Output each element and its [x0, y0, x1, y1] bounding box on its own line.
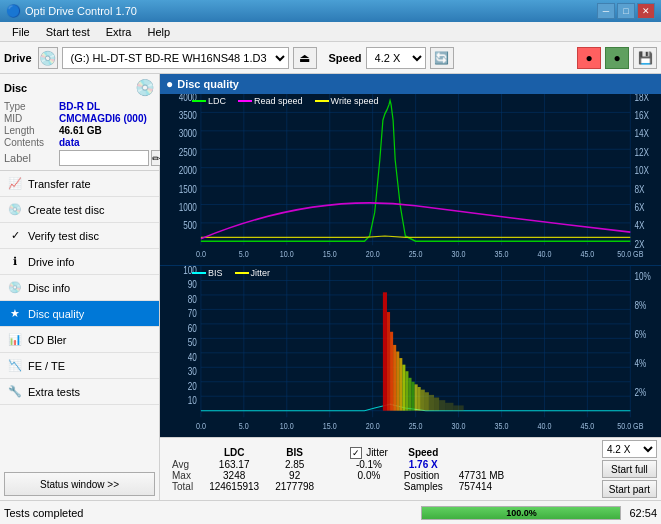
sidebar-label-fe-te: FE / TE — [28, 360, 65, 372]
svg-text:40: 40 — [188, 351, 197, 363]
svg-text:3000: 3000 — [179, 127, 197, 139]
sidebar-label-cd-bler: CD Bler — [28, 334, 67, 346]
disc-label-input[interactable] — [59, 150, 149, 166]
jitter-section: ✓ Jitter — [350, 447, 388, 459]
jitter-checkbox[interactable]: ✓ — [350, 447, 362, 459]
disc-quality-title: Disc quality — [177, 78, 239, 90]
save-button[interactable]: 💾 — [633, 47, 657, 69]
menu-help[interactable]: Help — [139, 24, 178, 40]
progress-bar: 100.0% — [421, 506, 621, 520]
disc-quality-icon: ★ — [8, 307, 22, 321]
start-full-button[interactable]: Start full — [602, 460, 657, 478]
disc-contents-row: Contents data — [4, 137, 155, 148]
svg-rect-106 — [415, 384, 418, 410]
sidebar-item-transfer-rate[interactable]: 📈 Transfer rate — [0, 171, 159, 197]
sidebar-item-verify-test-disc[interactable]: ✓ Verify test disc — [0, 223, 159, 249]
legend-read-speed-label: Read speed — [254, 96, 303, 106]
sidebar-item-disc-quality[interactable]: ★ Disc quality — [0, 301, 159, 327]
status-window-button[interactable]: Status window >> — [4, 472, 155, 496]
refresh-button[interactable]: 🔄 — [430, 47, 454, 69]
svg-text:5.0: 5.0 — [239, 249, 249, 259]
sidebar-item-fe-te[interactable]: 📉 FE / TE — [0, 353, 159, 379]
top-chart-svg: 4000 3500 3000 2500 2000 1500 1000 500 1… — [160, 94, 661, 265]
bottom-chart-svg: 100 90 80 70 60 50 40 30 20 10 10% — [160, 266, 661, 437]
svg-text:30.0: 30.0 — [452, 421, 466, 431]
stats-avg-bis: 2.85 — [267, 459, 322, 470]
sidebar: Disc 💿 Type BD-R DL MID CMCMAGDI6 (000) … — [0, 74, 160, 500]
sidebar-item-create-test-disc[interactable]: 💿 Create test disc — [0, 197, 159, 223]
svg-text:500: 500 — [183, 219, 197, 231]
svg-text:50: 50 — [188, 336, 197, 348]
eject-button[interactable]: ⏏ — [293, 47, 317, 69]
disc-info-panel: Disc 💿 Type BD-R DL MID CMCMAGDI6 (000) … — [0, 74, 159, 171]
sidebar-item-disc-info[interactable]: 💿 Disc info — [0, 275, 159, 301]
legend-read-speed-color — [238, 100, 252, 102]
svg-text:16X: 16X — [634, 109, 649, 121]
menu-extra[interactable]: Extra — [98, 24, 140, 40]
svg-text:6%: 6% — [634, 328, 646, 340]
stats-header-speed: Speed — [396, 447, 451, 459]
title-bar: 🔵 Opti Drive Control 1.70 ─ □ ✕ — [0, 0, 661, 22]
disc-section-title: Disc — [4, 82, 27, 94]
drive-icon-button[interactable]: 💿 — [38, 47, 58, 69]
disc-length-row: Length 46.61 GB — [4, 125, 155, 136]
disc-info-icon: 💿 — [8, 281, 22, 295]
speed-select-toolbar[interactable]: 4.2 X — [366, 47, 426, 69]
svg-text:40.0: 40.0 — [537, 421, 551, 431]
svg-text:2%: 2% — [634, 386, 646, 398]
maximize-button[interactable]: □ — [617, 3, 635, 19]
settings-button1[interactable]: ● — [577, 47, 601, 69]
close-button[interactable]: ✕ — [637, 3, 655, 19]
svg-rect-104 — [408, 378, 411, 411]
disc-quality-header: ● Disc quality — [160, 74, 661, 94]
sidebar-item-extra-tests[interactable]: 🔧 Extra tests — [0, 379, 159, 405]
svg-text:12X: 12X — [634, 146, 649, 158]
verify-test-disc-icon: ✓ — [8, 229, 22, 243]
charts-wrapper: LDC Read speed Write speed — [160, 94, 661, 437]
toolbar: Drive 💿 (G:) HL-DT-ST BD-RE WH16NS48 1.D… — [0, 42, 661, 74]
svg-rect-108 — [421, 390, 425, 411]
stats-area: LDC BIS ✓ Jitter Speed Avg 163.17 — [160, 437, 661, 500]
drive-select[interactable]: (G:) HL-DT-ST BD-RE WH16NS48 1.D3 — [62, 47, 289, 69]
svg-rect-98 — [390, 332, 393, 411]
menu-start-test[interactable]: Start test — [38, 24, 98, 40]
svg-text:15.0: 15.0 — [323, 421, 337, 431]
svg-text:8%: 8% — [634, 299, 646, 311]
disc-mid-row: MID CMCMAGDI6 (000) — [4, 113, 155, 124]
speed-select-stats[interactable]: 4.2 X — [602, 440, 657, 458]
sidebar-label-extra-tests: Extra tests — [28, 386, 80, 398]
title-bar-controls: ─ □ ✕ — [597, 3, 655, 19]
svg-text:70: 70 — [188, 307, 197, 319]
menu-file[interactable]: File — [4, 24, 38, 40]
disc-info-header: Disc 💿 — [4, 78, 155, 97]
jitter-label: Jitter — [366, 447, 388, 458]
start-part-button[interactable]: Start part — [602, 480, 657, 498]
svg-rect-113 — [445, 403, 453, 411]
status-text: Tests completed — [4, 507, 413, 519]
settings-button2[interactable]: ● — [605, 47, 629, 69]
stats-avg-jitter: -0.1% — [342, 459, 396, 470]
stats-max-bis: 92 — [267, 470, 322, 481]
svg-text:25.0: 25.0 — [409, 421, 423, 431]
legend-write-speed-label: Write speed — [331, 96, 379, 106]
fe-te-icon: 📉 — [8, 359, 22, 373]
drive-info-icon: ℹ — [8, 255, 22, 269]
minimize-button[interactable]: ─ — [597, 3, 615, 19]
legend-write-speed-color — [315, 100, 329, 102]
disc-mid-label: MID — [4, 113, 59, 124]
svg-rect-111 — [434, 398, 439, 411]
svg-text:25.0: 25.0 — [409, 249, 423, 259]
sidebar-label-disc-info: Disc info — [28, 282, 70, 294]
stats-total-ldc: 124615913 — [201, 481, 267, 492]
disc-length-label: Length — [4, 125, 59, 136]
svg-text:20.0: 20.0 — [366, 421, 380, 431]
stats-header-bis: BIS — [267, 447, 322, 459]
svg-text:18X: 18X — [634, 94, 649, 103]
svg-text:1500: 1500 — [179, 183, 197, 195]
stats-total-label: Total — [164, 481, 201, 492]
sidebar-item-drive-info[interactable]: ℹ Drive info — [0, 249, 159, 275]
sidebar-item-cd-bler[interactable]: 📊 CD Bler — [0, 327, 159, 353]
svg-text:45.0: 45.0 — [580, 249, 594, 259]
svg-text:10X: 10X — [634, 164, 649, 176]
svg-text:4%: 4% — [634, 357, 646, 369]
